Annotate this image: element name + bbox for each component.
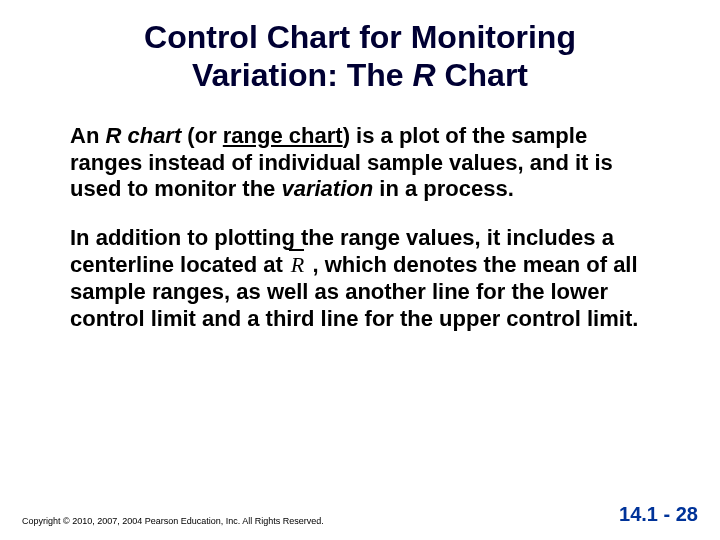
title-line2-italic: R bbox=[412, 57, 435, 93]
title-line1: Control Chart for Monitoring bbox=[144, 19, 576, 55]
p1-rchart: R chart bbox=[105, 123, 181, 148]
page-number: 14.1 - 28 bbox=[619, 503, 698, 526]
p1-text7: in a process. bbox=[373, 176, 514, 201]
paragraph-1: An R chart (or range chart) is a plot of… bbox=[70, 123, 650, 203]
r-bar-symbol: R bbox=[289, 252, 306, 279]
slide-body: An R chart (or range chart) is a plot of… bbox=[0, 95, 720, 333]
p1-rangechart: range chart bbox=[223, 123, 343, 148]
title-line2a: Variation: The bbox=[192, 57, 412, 93]
paragraph-2: In addition to plotting the range values… bbox=[70, 225, 650, 332]
title-line2b: Chart bbox=[436, 57, 528, 93]
copyright-text: Copyright © 2010, 2007, 2004 Pearson Edu… bbox=[22, 516, 324, 526]
p1-variation: variation bbox=[281, 176, 373, 201]
p1-text3: (or bbox=[181, 123, 223, 148]
p1-text1: An bbox=[70, 123, 105, 148]
slide-footer: Copyright © 2010, 2007, 2004 Pearson Edu… bbox=[0, 503, 720, 526]
slide-title: Control Chart for Monitoring Variation: … bbox=[0, 0, 720, 95]
